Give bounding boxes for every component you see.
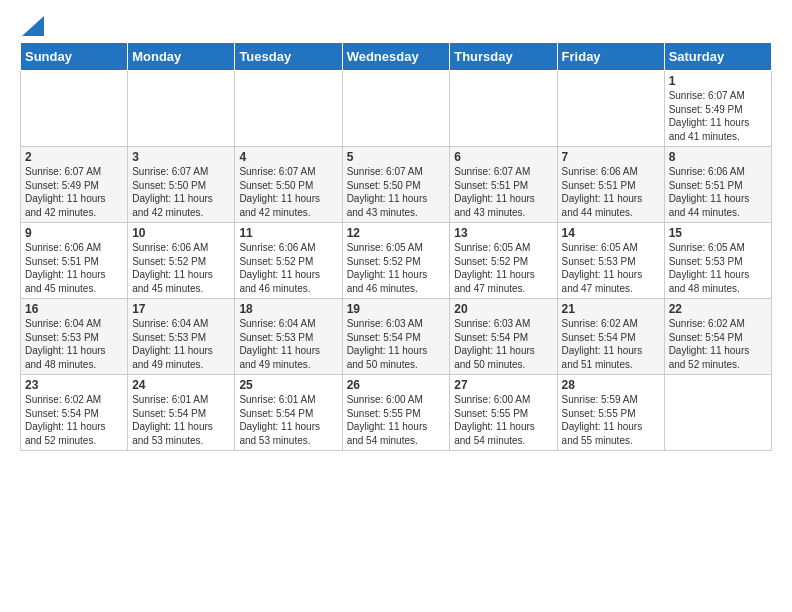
calendar-header: SundayMondayTuesdayWednesdayThursdayFrid… xyxy=(21,43,772,71)
calendar-cell xyxy=(450,71,557,147)
day-info: Sunrise: 6:02 AM Sunset: 5:54 PM Dayligh… xyxy=(562,317,660,371)
day-number: 26 xyxy=(347,378,446,392)
day-info: Sunrise: 6:01 AM Sunset: 5:54 PM Dayligh… xyxy=(239,393,337,447)
calendar-cell: 27Sunrise: 6:00 AM Sunset: 5:55 PM Dayli… xyxy=(450,375,557,451)
day-info: Sunrise: 6:06 AM Sunset: 5:52 PM Dayligh… xyxy=(239,241,337,295)
day-info: Sunrise: 6:07 AM Sunset: 5:50 PM Dayligh… xyxy=(132,165,230,219)
day-number: 1 xyxy=(669,74,767,88)
weekday-header-wednesday: Wednesday xyxy=(342,43,450,71)
calendar-cell: 18Sunrise: 6:04 AM Sunset: 5:53 PM Dayli… xyxy=(235,299,342,375)
day-number: 23 xyxy=(25,378,123,392)
day-number: 24 xyxy=(132,378,230,392)
calendar-cell: 20Sunrise: 6:03 AM Sunset: 5:54 PM Dayli… xyxy=(450,299,557,375)
calendar-cell: 17Sunrise: 6:04 AM Sunset: 5:53 PM Dayli… xyxy=(128,299,235,375)
weekday-row: SundayMondayTuesdayWednesdayThursdayFrid… xyxy=(21,43,772,71)
day-info: Sunrise: 6:06 AM Sunset: 5:51 PM Dayligh… xyxy=(25,241,123,295)
weekday-header-monday: Monday xyxy=(128,43,235,71)
calendar-cell: 9Sunrise: 6:06 AM Sunset: 5:51 PM Daylig… xyxy=(21,223,128,299)
calendar-cell: 24Sunrise: 6:01 AM Sunset: 5:54 PM Dayli… xyxy=(128,375,235,451)
calendar-cell: 19Sunrise: 6:03 AM Sunset: 5:54 PM Dayli… xyxy=(342,299,450,375)
calendar-body: 1Sunrise: 6:07 AM Sunset: 5:49 PM Daylig… xyxy=(21,71,772,451)
calendar-cell: 8Sunrise: 6:06 AM Sunset: 5:51 PM Daylig… xyxy=(664,147,771,223)
day-info: Sunrise: 5:59 AM Sunset: 5:55 PM Dayligh… xyxy=(562,393,660,447)
calendar-cell: 7Sunrise: 6:06 AM Sunset: 5:51 PM Daylig… xyxy=(557,147,664,223)
day-number: 7 xyxy=(562,150,660,164)
day-info: Sunrise: 6:02 AM Sunset: 5:54 PM Dayligh… xyxy=(25,393,123,447)
calendar-cell: 23Sunrise: 6:02 AM Sunset: 5:54 PM Dayli… xyxy=(21,375,128,451)
day-info: Sunrise: 6:00 AM Sunset: 5:55 PM Dayligh… xyxy=(347,393,446,447)
day-number: 13 xyxy=(454,226,552,240)
calendar-cell: 2Sunrise: 6:07 AM Sunset: 5:49 PM Daylig… xyxy=(21,147,128,223)
calendar-cell xyxy=(557,71,664,147)
day-number: 20 xyxy=(454,302,552,316)
calendar-cell: 15Sunrise: 6:05 AM Sunset: 5:53 PM Dayli… xyxy=(664,223,771,299)
calendar-cell: 14Sunrise: 6:05 AM Sunset: 5:53 PM Dayli… xyxy=(557,223,664,299)
calendar-cell xyxy=(342,71,450,147)
calendar-cell: 26Sunrise: 6:00 AM Sunset: 5:55 PM Dayli… xyxy=(342,375,450,451)
day-info: Sunrise: 6:02 AM Sunset: 5:54 PM Dayligh… xyxy=(669,317,767,371)
weekday-header-saturday: Saturday xyxy=(664,43,771,71)
day-info: Sunrise: 6:07 AM Sunset: 5:49 PM Dayligh… xyxy=(669,89,767,143)
day-number: 25 xyxy=(239,378,337,392)
day-number: 16 xyxy=(25,302,123,316)
day-info: Sunrise: 6:05 AM Sunset: 5:53 PM Dayligh… xyxy=(669,241,767,295)
week-row-3: 9Sunrise: 6:06 AM Sunset: 5:51 PM Daylig… xyxy=(21,223,772,299)
day-info: Sunrise: 6:06 AM Sunset: 5:52 PM Dayligh… xyxy=(132,241,230,295)
calendar-cell xyxy=(21,71,128,147)
week-row-1: 1Sunrise: 6:07 AM Sunset: 5:49 PM Daylig… xyxy=(21,71,772,147)
week-row-5: 23Sunrise: 6:02 AM Sunset: 5:54 PM Dayli… xyxy=(21,375,772,451)
day-number: 14 xyxy=(562,226,660,240)
day-info: Sunrise: 6:07 AM Sunset: 5:50 PM Dayligh… xyxy=(239,165,337,219)
calendar-cell: 28Sunrise: 5:59 AM Sunset: 5:55 PM Dayli… xyxy=(557,375,664,451)
day-info: Sunrise: 6:04 AM Sunset: 5:53 PM Dayligh… xyxy=(132,317,230,371)
day-number: 12 xyxy=(347,226,446,240)
day-info: Sunrise: 6:07 AM Sunset: 5:50 PM Dayligh… xyxy=(347,165,446,219)
day-number: 10 xyxy=(132,226,230,240)
calendar-cell: 12Sunrise: 6:05 AM Sunset: 5:52 PM Dayli… xyxy=(342,223,450,299)
calendar-cell xyxy=(128,71,235,147)
week-row-2: 2Sunrise: 6:07 AM Sunset: 5:49 PM Daylig… xyxy=(21,147,772,223)
day-number: 9 xyxy=(25,226,123,240)
calendar-cell: 13Sunrise: 6:05 AM Sunset: 5:52 PM Dayli… xyxy=(450,223,557,299)
day-number: 8 xyxy=(669,150,767,164)
calendar-cell: 5Sunrise: 6:07 AM Sunset: 5:50 PM Daylig… xyxy=(342,147,450,223)
calendar-cell: 1Sunrise: 6:07 AM Sunset: 5:49 PM Daylig… xyxy=(664,71,771,147)
header xyxy=(20,16,772,36)
day-info: Sunrise: 6:07 AM Sunset: 5:49 PM Dayligh… xyxy=(25,165,123,219)
day-info: Sunrise: 6:05 AM Sunset: 5:52 PM Dayligh… xyxy=(347,241,446,295)
day-info: Sunrise: 6:03 AM Sunset: 5:54 PM Dayligh… xyxy=(454,317,552,371)
calendar-cell: 4Sunrise: 6:07 AM Sunset: 5:50 PM Daylig… xyxy=(235,147,342,223)
day-number: 11 xyxy=(239,226,337,240)
day-number: 6 xyxy=(454,150,552,164)
calendar-cell xyxy=(235,71,342,147)
weekday-header-friday: Friday xyxy=(557,43,664,71)
weekday-header-sunday: Sunday xyxy=(21,43,128,71)
day-number: 22 xyxy=(669,302,767,316)
day-number: 28 xyxy=(562,378,660,392)
day-info: Sunrise: 6:05 AM Sunset: 5:52 PM Dayligh… xyxy=(454,241,552,295)
day-info: Sunrise: 6:07 AM Sunset: 5:51 PM Dayligh… xyxy=(454,165,552,219)
day-number: 15 xyxy=(669,226,767,240)
day-number: 4 xyxy=(239,150,337,164)
day-number: 3 xyxy=(132,150,230,164)
day-number: 19 xyxy=(347,302,446,316)
day-info: Sunrise: 6:03 AM Sunset: 5:54 PM Dayligh… xyxy=(347,317,446,371)
day-info: Sunrise: 6:00 AM Sunset: 5:55 PM Dayligh… xyxy=(454,393,552,447)
day-info: Sunrise: 6:05 AM Sunset: 5:53 PM Dayligh… xyxy=(562,241,660,295)
calendar-cell: 11Sunrise: 6:06 AM Sunset: 5:52 PM Dayli… xyxy=(235,223,342,299)
calendar-cell: 25Sunrise: 6:01 AM Sunset: 5:54 PM Dayli… xyxy=(235,375,342,451)
day-number: 2 xyxy=(25,150,123,164)
day-info: Sunrise: 6:06 AM Sunset: 5:51 PM Dayligh… xyxy=(562,165,660,219)
weekday-header-thursday: Thursday xyxy=(450,43,557,71)
week-row-4: 16Sunrise: 6:04 AM Sunset: 5:53 PM Dayli… xyxy=(21,299,772,375)
calendar-cell: 10Sunrise: 6:06 AM Sunset: 5:52 PM Dayli… xyxy=(128,223,235,299)
day-info: Sunrise: 6:06 AM Sunset: 5:51 PM Dayligh… xyxy=(669,165,767,219)
day-info: Sunrise: 6:04 AM Sunset: 5:53 PM Dayligh… xyxy=(239,317,337,371)
day-info: Sunrise: 6:04 AM Sunset: 5:53 PM Dayligh… xyxy=(25,317,123,371)
calendar-cell: 22Sunrise: 6:02 AM Sunset: 5:54 PM Dayli… xyxy=(664,299,771,375)
logo-icon xyxy=(22,16,44,36)
calendar-cell: 21Sunrise: 6:02 AM Sunset: 5:54 PM Dayli… xyxy=(557,299,664,375)
day-number: 21 xyxy=(562,302,660,316)
calendar-table: SundayMondayTuesdayWednesdayThursdayFrid… xyxy=(20,42,772,451)
day-number: 5 xyxy=(347,150,446,164)
